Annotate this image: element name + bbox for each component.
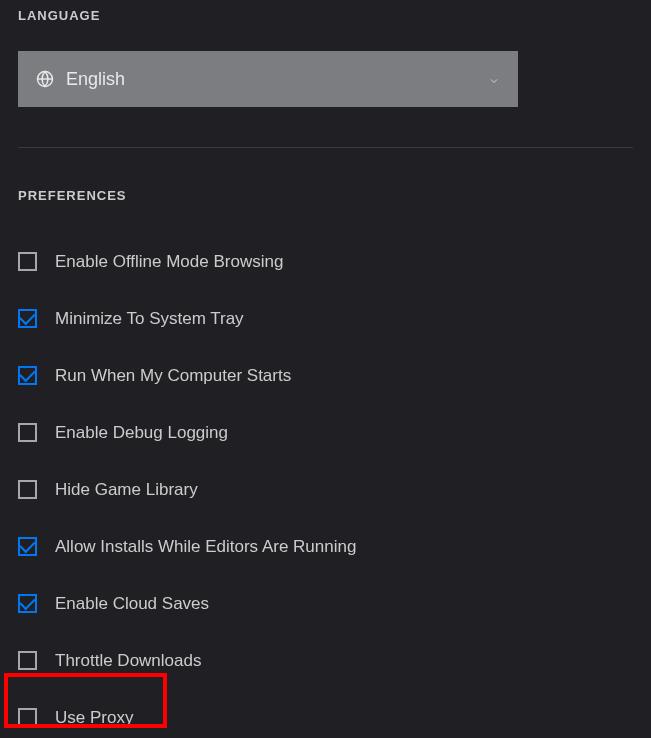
checkbox-icon (18, 309, 37, 328)
checkbox-icon (18, 594, 37, 613)
checkbox-icon (18, 651, 37, 670)
checkbox-icon (18, 480, 37, 499)
pref-label: Enable Cloud Saves (55, 594, 209, 614)
pref-use-proxy[interactable]: Use Proxy (18, 689, 633, 738)
pref-label: Enable Offline Mode Browsing (55, 252, 283, 272)
pref-enable-cloud-saves[interactable]: Enable Cloud Saves (18, 575, 633, 632)
pref-allow-installs-while-editors-are-running[interactable]: Allow Installs While Editors Are Running (18, 518, 633, 575)
chevron-down-icon (488, 73, 500, 85)
checkbox-icon (18, 537, 37, 556)
pref-label: Minimize To System Tray (55, 309, 244, 329)
checkbox-icon (18, 366, 37, 385)
preferences-list: Enable Offline Mode Browsing Minimize To… (18, 233, 633, 738)
language-section-title: LANGUAGE (18, 8, 633, 23)
pref-enable-debug-logging[interactable]: Enable Debug Logging (18, 404, 633, 461)
pref-label: Run When My Computer Starts (55, 366, 291, 386)
pref-label: Throttle Downloads (55, 651, 201, 671)
pref-label: Enable Debug Logging (55, 423, 228, 443)
language-selected-label: English (66, 69, 488, 90)
section-divider (18, 147, 633, 148)
pref-enable-offline-mode-browsing[interactable]: Enable Offline Mode Browsing (18, 233, 633, 290)
checkbox-icon (18, 423, 37, 442)
pref-run-when-my-computer-starts[interactable]: Run When My Computer Starts (18, 347, 633, 404)
pref-hide-game-library[interactable]: Hide Game Library (18, 461, 633, 518)
preferences-section-title: PREFERENCES (18, 188, 633, 203)
pref-label: Use Proxy (55, 708, 133, 728)
checkbox-icon (18, 252, 37, 271)
pref-label: Allow Installs While Editors Are Running (55, 537, 356, 557)
globe-icon (36, 70, 54, 88)
language-dropdown[interactable]: English (18, 51, 518, 107)
checkbox-icon (18, 708, 37, 727)
pref-minimize-to-system-tray[interactable]: Minimize To System Tray (18, 290, 633, 347)
pref-throttle-downloads[interactable]: Throttle Downloads (18, 632, 633, 689)
pref-label: Hide Game Library (55, 480, 198, 500)
